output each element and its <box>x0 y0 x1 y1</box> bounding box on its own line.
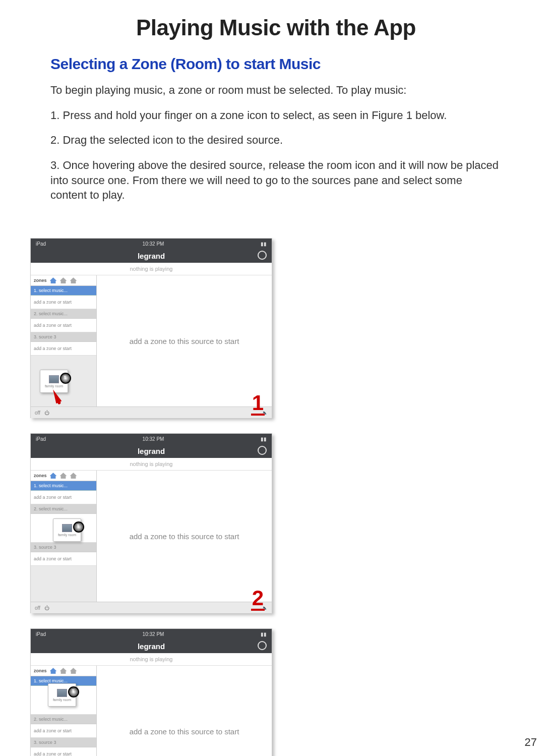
status-bar: iPad 10:32 PM ▮▮ <box>31 239 272 249</box>
now-playing-strip: nothing is playing <box>31 458 272 471</box>
brand-label: legrand <box>138 252 165 260</box>
now-playing-strip: nothing is playing <box>31 263 272 275</box>
source-3-header[interactable]: 3. source 3 <box>31 332 96 342</box>
zone-tile-label: family room <box>58 533 76 537</box>
step-3: 3. Once hovering above the desired sourc… <box>50 158 502 203</box>
figure-1: iPad 10:32 PM ▮▮ legrand nothing is play… <box>30 238 272 418</box>
source-2-header[interactable]: 2. select music... <box>31 715 96 724</box>
status-right: ▮▮ <box>261 241 267 247</box>
main-pane: add a zone to this source to start <box>97 471 272 602</box>
source-2-header[interactable]: 2. select music... <box>31 309 96 319</box>
status-time: 10:32 PM <box>143 631 164 637</box>
house-icon[interactable] <box>50 668 57 674</box>
power-icon[interactable]: ⏻ <box>44 410 49 416</box>
gear-icon[interactable] <box>258 446 267 455</box>
figure-number: 1 <box>251 392 265 416</box>
status-left: iPad <box>36 631 46 637</box>
off-label[interactable]: off <box>35 410 40 416</box>
figure-2: iPad10:32 PM▮▮ legrand nothing is playin… <box>30 433 272 613</box>
source-3-slot[interactable]: add a zone or start <box>31 747 96 756</box>
house-icon-3[interactable] <box>70 668 77 674</box>
source-2-header[interactable]: 2. select music... <box>31 504 96 514</box>
figures-grid: iPad 10:32 PM ▮▮ legrand nothing is play… <box>30 238 522 756</box>
source-1-slot[interactable]: add a zone or start <box>31 491 96 504</box>
section-heading: Selecting a Zone (Room) to start Music <box>50 55 522 73</box>
source-3-header[interactable]: 3. source 3 <box>31 543 96 552</box>
page-title: Playing Music with the App <box>30 15 522 40</box>
zones-sidebar: zones 1. select music... 2. select music… <box>31 666 97 756</box>
source-1-slot[interactable]: add a zone or start <box>31 296 96 309</box>
room-icon <box>49 375 59 383</box>
status-time: 10:32 PM <box>143 436 164 442</box>
brand-label: legrand <box>138 447 165 455</box>
step-1: 1. Press and hold your finger on a zone … <box>50 108 502 123</box>
zone-tile-label: family room <box>53 698 71 702</box>
zones-label: zones <box>34 473 47 478</box>
step-2: 2. Drag the selected icon to the desired… <box>50 133 502 148</box>
app-title-bar: legrand <box>31 249 272 263</box>
status-time: 10:32 PM <box>143 241 164 247</box>
status-left: iPad <box>36 436 46 442</box>
house-icon[interactable] <box>50 473 57 479</box>
house-icon-2[interactable] <box>60 473 67 479</box>
gear-icon[interactable] <box>258 641 267 650</box>
house-icon-2[interactable] <box>60 668 67 674</box>
source-2-slot[interactable]: add a zone or start <box>31 319 96 332</box>
status-left: iPad <box>36 241 46 247</box>
source-3-header[interactable]: 3. source 3 <box>31 738 96 747</box>
main-pane: add a zone to this source to start <box>97 666 272 756</box>
touch-indicator <box>68 686 79 697</box>
touch-indicator <box>60 373 71 384</box>
figure-number: 2 <box>251 588 265 611</box>
bottom-bar: off ⏻ 🔈 <box>31 406 272 418</box>
status-right: ▮▮ <box>261 436 267 442</box>
main-message: add a zone to this source to start <box>130 337 239 345</box>
page-number: 27 <box>525 736 537 749</box>
main-pane: add a zone to this source to start <box>97 275 272 406</box>
source-3-slot[interactable]: add a zone or start <box>31 552 96 566</box>
power-icon[interactable]: ⏻ <box>44 605 49 611</box>
source-1-header[interactable]: 1. select music... <box>31 481 96 491</box>
status-right: ▮▮ <box>261 631 267 637</box>
house-icon-3[interactable] <box>70 277 77 283</box>
main-message: add a zone to this source to start <box>130 532 239 541</box>
source-2-slot[interactable]: add a zone or start <box>31 724 96 738</box>
brand-label: legrand <box>138 642 165 651</box>
zones-label: zones <box>34 668 47 673</box>
main-message: add a zone to this source to start <box>130 727 239 736</box>
room-icon <box>62 524 72 532</box>
intro-text: To begin playing music, a zone or room m… <box>50 83 502 98</box>
house-icon[interactable] <box>50 277 57 283</box>
source-1-header[interactable]: 1. select music... <box>31 286 96 296</box>
gear-icon[interactable] <box>258 251 267 260</box>
off-label[interactable]: off <box>35 605 40 611</box>
now-playing-strip: nothing is playing <box>31 653 272 666</box>
source-3-slot[interactable]: add a zone or start <box>31 342 96 356</box>
zones-label: zones <box>34 278 47 283</box>
room-icon <box>57 689 67 697</box>
zones-header: zones <box>31 275 96 286</box>
house-icon-3[interactable] <box>70 473 77 479</box>
touch-indicator <box>73 521 84 533</box>
zone-tile-label: family room <box>45 384 63 388</box>
figure-3: iPad10:32 PM▮▮ legrand nothing is playin… <box>30 628 272 756</box>
house-icon-2[interactable] <box>60 277 67 283</box>
